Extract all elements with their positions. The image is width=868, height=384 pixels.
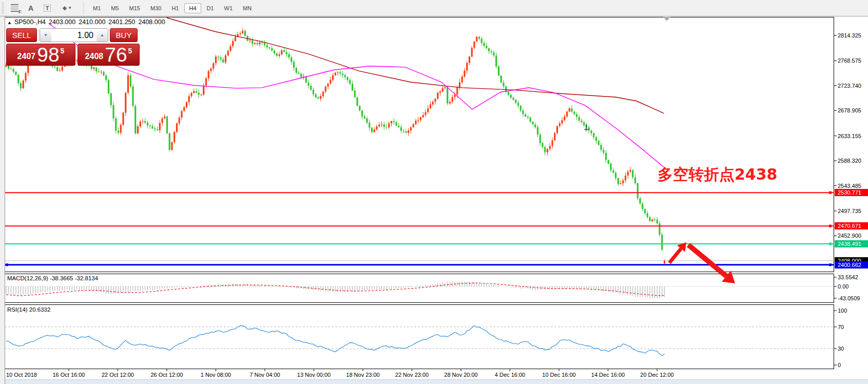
time-tick-label: 13 Nov 00:00 [297, 372, 331, 378]
rsi-pane[interactable] [5, 325, 834, 356]
macd-value: -38.3665 [50, 275, 73, 281]
symbol-period-label: SP500-,H4 [14, 18, 46, 26]
time-tick-label: 26 Oct 12:00 [151, 372, 183, 378]
price-tick: 2452.900 [838, 233, 861, 239]
ask-pips: 76 [105, 46, 127, 64]
time-tick-label: 14 Dec 16:00 [591, 372, 625, 378]
time-tick-label: 10 Dec 16:00 [542, 372, 575, 378]
collapse-panel-icon[interactable]: ▲ [7, 20, 12, 25]
timeframe-button-m1[interactable]: M1 [88, 3, 105, 13]
toolbar-separator [82, 3, 85, 14]
time-tick-label: 22 Oct 12:00 [102, 372, 134, 378]
price-badge: 2470.671 [835, 222, 868, 229]
price-tick: 2633.155 [838, 133, 861, 139]
buy-price-button[interactable]: 2408 76 5 [78, 44, 140, 66]
toolbar: F A T ◆▼ M1M5M15M30H1H4D1W1MN [0, 0, 868, 16]
window-footer-strip [0, 379, 868, 384]
horizontal-line-2470.671[interactable] [5, 225, 834, 227]
time-tick-label: 16 Oct 16:00 [53, 372, 85, 378]
price-tick: 2588.320 [838, 158, 861, 164]
time-tick-label: 4 Dec 16:00 [495, 372, 525, 378]
volume-increase-button[interactable]: ▲ [97, 29, 108, 42]
price-badge: 2400.662 [835, 261, 868, 268]
sell-price-button[interactable]: 2407 98 5 [6, 44, 75, 66]
price-tick: 2723.740 [838, 83, 861, 89]
macd-axis-tick: 0.00 [838, 283, 848, 290]
timeframe-group: M1M5M15M30H1H4D1W1MN [88, 3, 257, 13]
open-value: 2403.000 [49, 18, 75, 26]
timeframe-button-m30[interactable]: M30 [146, 3, 166, 13]
rsi-axis-tick: 70 [838, 324, 844, 330]
chart-header: ▲SP500-,H42403.0002410.0002401.2502408.0… [7, 18, 168, 26]
time-tick-label: 22 Nov 23:00 [395, 372, 429, 378]
horizontal-line-2438.491[interactable] [5, 242, 834, 245]
volume-input[interactable] [51, 29, 97, 42]
ask-integer: 2408 [85, 52, 104, 61]
timeframe-button-h4[interactable]: H4 [184, 3, 201, 13]
timeframe-button-m5[interactable]: M5 [106, 3, 123, 13]
high-value: 2410.000 [79, 18, 105, 26]
horizontal-line-2400.662[interactable] [5, 263, 834, 266]
horizontal-line-2530.771[interactable] [5, 191, 834, 194]
one-click-trade-panel: SELL ▼ ▲ BUY 2407 98 5 2408 76 5 [6, 28, 141, 66]
chart-shift-marker-icon[interactable] [663, 17, 670, 21]
close-value: 2408.000 [139, 18, 165, 26]
bid-pipette: 5 [61, 47, 65, 55]
buy-button[interactable]: BUY [110, 28, 138, 42]
chevron-down-icon: ▼ [68, 6, 72, 10]
time-tick-label: 10 Oct 2018 [6, 372, 37, 378]
time-tick-label: 1 Nov 08:00 [201, 372, 231, 378]
price-tick: 2768.575 [838, 57, 861, 64]
price-tick: 2814.325 [838, 32, 861, 39]
time-tick-label: 18 Nov 23:00 [346, 372, 379, 378]
bid-pips: 98 [37, 46, 59, 64]
sell-button[interactable]: SELL [6, 28, 37, 42]
macd-signal-value: -32.8134 [75, 275, 98, 281]
toolbar-grip[interactable] [2, 3, 4, 14]
timeframe-button-m15[interactable]: M15 [125, 3, 145, 13]
timeframe-button-w1[interactable]: W1 [220, 3, 238, 13]
price-tick: 2678.905 [838, 107, 861, 113]
ask-pipette: 5 [128, 47, 132, 55]
time-tick-label: 28 Nov 20:00 [444, 372, 477, 378]
text-label-tool-icon[interactable]: A [24, 2, 37, 14]
price-tick: 2497.735 [838, 208, 861, 214]
timeframe-button-d1[interactable]: D1 [202, 3, 219, 13]
low-value: 2401.250 [108, 18, 135, 26]
fibonacci-tool-icon[interactable]: F [8, 2, 21, 14]
timeframe-button-h1[interactable]: H1 [167, 3, 183, 13]
annotation-text[interactable]: 多空转折点2438 [658, 164, 778, 185]
price-badge: 2530.771 [835, 189, 868, 196]
time-tick-label: 20 Dec 12:00 [640, 372, 673, 378]
rsi-label: RSI(14) 20.6332 [7, 306, 50, 313]
rsi-axis-tick: 0 [838, 362, 841, 368]
price-badge: 2438.491 [835, 240, 868, 247]
macd-pane[interactable] [5, 281, 834, 298]
volume-stepper: ▼ ▲ [40, 28, 108, 42]
arrows-tool-icon[interactable]: ◆▼ [57, 2, 78, 14]
timeframe-button-mn[interactable]: MN [238, 3, 256, 13]
bid-integer: 2407 [17, 52, 36, 61]
macd-axis-tick: -43.0509 [838, 295, 860, 301]
trading-terminal-window: F A T ◆▼ M1M5M15M30H1H4D1W1MN ▲SP500-,H4… [0, 0, 868, 384]
volume-decrease-button[interactable]: ▼ [40, 29, 51, 42]
rsi-value: 20.6332 [29, 306, 51, 313]
rsi-axis-tick: 100 [838, 308, 847, 314]
left-panel-strip [0, 16, 5, 384]
price-tick: 2543.485 [838, 183, 861, 189]
rsi-axis-tick: 30 [838, 345, 844, 352]
text-tool-icon[interactable]: T [41, 2, 54, 14]
time-tick-label: 7 Nov 04:00 [249, 372, 280, 378]
macd-label: MACD(12,26,9) -38.3665 -32.8134 [7, 275, 98, 281]
macd-axis-tick: 33.5542 [838, 274, 858, 280]
fibonacci-grid-glyph: F [11, 4, 18, 12]
